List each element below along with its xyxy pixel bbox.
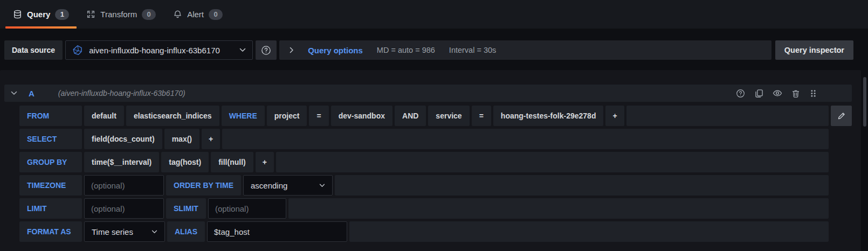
from-keyword[interactable]: FROM [19, 106, 82, 126]
row-filler [335, 175, 829, 196]
tab-query[interactable]: Query 1 [4, 0, 78, 29]
query-options-label: Query options [308, 46, 363, 55]
where-tag-value-segment[interactable]: hoang-testes-folk-29e278d [493, 106, 604, 126]
group-by-fill-segment[interactable]: fill(null) [211, 152, 253, 172]
alias-keyword: ALIAS [167, 221, 205, 242]
add-group-by-button[interactable]: + [256, 152, 274, 172]
max-data-points-text: MD = auto = 986 [377, 46, 435, 54]
select-row: SELECT field(docs_count) max() + [19, 129, 852, 149]
tab-alert-count-badge: 0 [209, 9, 223, 20]
chevron-down-icon [319, 184, 325, 187]
scrollbar-thumb[interactable] [863, 77, 866, 127]
order-by-time-select[interactable]: ascending [243, 175, 333, 196]
select-field-segment[interactable]: field(docs_count) [84, 129, 162, 149]
datasource-picker[interactable]: aiven-influxdb-hoang-influx-63b6170 [65, 40, 253, 60]
trash-icon[interactable] [791, 89, 800, 98]
datasource-value: aiven-influxdb-hoang-influx-63b6170 [89, 46, 220, 55]
where-tag-value-segment[interactable]: dev-sandbox [331, 106, 392, 126]
slimit-input[interactable] [208, 198, 286, 219]
retention-policy-segment[interactable]: default [84, 106, 124, 126]
tab-transform-label: Transform [100, 10, 137, 19]
tab-query-count-badge: 1 [55, 9, 69, 20]
format-as-keyword: FORMAT AS [19, 221, 82, 242]
timezone-keyword: TIMEZONE [19, 175, 82, 196]
query-datasource-title: (aiven-influxdb-hoang-influx-63b6170) [58, 89, 185, 97]
query-actions [736, 88, 817, 98]
row-filler [349, 221, 829, 242]
chevron-down-icon [239, 48, 246, 52]
group-by-time-segment[interactable]: time($__interval) [84, 152, 159, 172]
pencil-icon [837, 111, 846, 120]
help-circle-icon[interactable] [736, 89, 745, 98]
group-by-row: GROUP BY time($__interval) tag(host) fil… [19, 152, 852, 172]
query-toolbar: Data source aiven-influxdb-hoang-influx-… [4, 40, 853, 60]
tab-transform[interactable]: Transform 0 [78, 0, 164, 29]
row-filler [276, 152, 829, 172]
order-by-time-keyword: ORDER BY TIME [166, 175, 241, 196]
drag-handle-icon[interactable] [809, 89, 817, 98]
collapse-chevron-down-icon [11, 91, 17, 95]
timezone-input[interactable] [84, 175, 164, 196]
order-by-time-value: ascending [251, 181, 287, 190]
copy-icon[interactable] [754, 89, 763, 98]
query-inspector-button[interactable]: Query inspector [775, 40, 853, 60]
chevron-down-icon [151, 230, 157, 234]
query-ref-id: A [29, 89, 35, 98]
grafana-panel-query-editor: Query 1 Transform 0 Alert [0, 0, 868, 60]
group-by-tag-segment[interactable]: tag(host) [161, 152, 209, 172]
eye-icon[interactable] [773, 88, 782, 98]
editor-tabbar: Query 1 Transform 0 Alert [0, 0, 868, 29]
help-circle-icon [261, 45, 271, 55]
bell-icon [173, 10, 182, 19]
tab-alert-label: Alert [187, 10, 204, 19]
chevron-right-icon [290, 47, 294, 53]
datasource-label: Data source [4, 40, 63, 60]
where-operator-segment[interactable]: = [472, 106, 491, 126]
query-editor-panel: A (aiven-influxdb-hoang-influx-63b6170) [0, 70, 861, 251]
interval-text: Interval = 30s [449, 46, 496, 54]
limit-row: LIMIT SLIMIT [19, 198, 852, 219]
limit-input[interactable] [84, 198, 164, 219]
alias-input[interactable] [207, 221, 347, 242]
tab-query-label: Query [27, 10, 50, 19]
tab-transform-count-badge: 0 [142, 9, 156, 20]
from-row: FROM default elasticsearch_indices WHERE… [19, 106, 852, 126]
timezone-row: TIMEZONE ORDER BY TIME ascending [19, 175, 852, 196]
database-icon [13, 10, 22, 19]
transform-icon [86, 10, 95, 19]
row-filler [626, 106, 829, 126]
influx-query-builder: FROM default elasticsearch_indices WHERE… [4, 102, 852, 242]
format-as-select[interactable]: Time series [84, 221, 165, 242]
row-filler [222, 129, 829, 149]
query-options-bar[interactable]: Query options MD = auto = 986 Interval =… [279, 40, 771, 60]
datasource-help-button[interactable] [256, 40, 277, 60]
influxdb-logo-icon [72, 45, 83, 55]
row-filler [288, 198, 829, 219]
measurement-segment[interactable]: elasticsearch_indices [126, 106, 219, 126]
add-select-part-button[interactable]: + [202, 129, 220, 149]
format-as-value: Time series [92, 227, 133, 236]
format-as-row: FORMAT AS Time series ALIAS [19, 221, 852, 242]
where-tag-key-segment[interactable]: service [428, 106, 469, 126]
select-aggregation-segment[interactable]: max() [164, 129, 199, 149]
where-operator-segment[interactable]: = [309, 106, 328, 126]
tab-alert[interactable]: Alert 0 [164, 0, 231, 29]
add-condition-button[interactable]: + [605, 106, 624, 126]
where-condition-operator-segment[interactable]: AND [395, 106, 426, 126]
limit-keyword: LIMIT [19, 198, 82, 219]
where-tag-key-segment[interactable]: project [267, 106, 307, 126]
where-keyword: WHERE [222, 106, 265, 126]
toggle-raw-query-button[interactable] [831, 106, 852, 126]
select-keyword[interactable]: SELECT [19, 129, 82, 149]
group-by-keyword[interactable]: GROUP BY [19, 152, 82, 172]
query-row-header[interactable]: A (aiven-influxdb-hoang-influx-63b6170) [4, 85, 852, 102]
slimit-keyword: SLIMIT [166, 198, 206, 219]
